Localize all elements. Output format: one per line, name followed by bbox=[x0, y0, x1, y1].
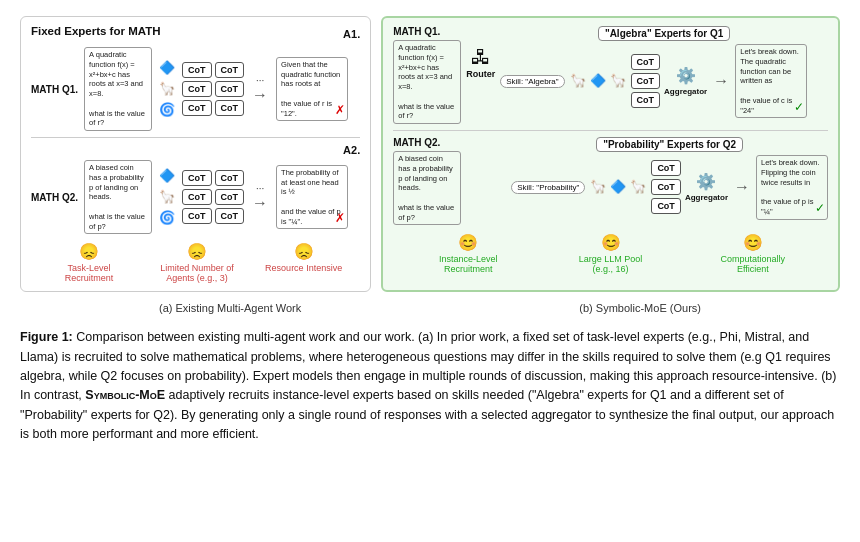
left-q2-text: A biased coin has a probability p of lan… bbox=[84, 160, 152, 234]
left-q2-arrow: ··· → bbox=[250, 182, 270, 212]
left-q2-experts: 🔷 🦙 🌀 bbox=[158, 167, 176, 227]
prob-expert-2: 🔷 bbox=[609, 178, 627, 196]
figure-caption-bold: Figure 1: bbox=[20, 330, 73, 344]
algebra-expert-2: 🔷 bbox=[589, 72, 607, 90]
divider-1 bbox=[31, 137, 360, 138]
r-cot-5: CoT bbox=[651, 179, 681, 195]
algebra-experts-title: "Algebra" Experts for Q1 bbox=[598, 26, 730, 41]
right-label-2: 😊 Large LLM Pool (e.g., 16) bbox=[571, 233, 651, 274]
cot-box-10: CoT bbox=[215, 189, 245, 205]
right-q2-cot-grid: CoT CoT CoT bbox=[651, 160, 681, 214]
left-q1-arrow: ··· → bbox=[250, 74, 270, 104]
cot-row-3: CoT CoT bbox=[182, 100, 244, 116]
expert-icon-5: 🦙 bbox=[158, 188, 176, 206]
expert-icon-4: 🔷 bbox=[158, 167, 176, 185]
figure-caption: Figure 1: Comparison between existing mu… bbox=[20, 328, 840, 444]
cross-icon-2: ✗ bbox=[335, 211, 345, 227]
r-cot-1: CoT bbox=[631, 54, 661, 70]
right-q2-label: MATH Q2. bbox=[393, 137, 461, 148]
left-q1-section: MATH Q1. A quadratic function f(x) = x²+… bbox=[31, 47, 360, 131]
cot-row-2: CoT CoT bbox=[182, 81, 244, 97]
expert-icon-3: 🌀 bbox=[158, 101, 176, 119]
figure-container: Fixed Experts for MATH A1. MATH Q1. A qu… bbox=[20, 16, 840, 445]
right-arrow-4: → bbox=[734, 178, 750, 196]
router-block: 🖧 Router bbox=[466, 46, 495, 79]
right-q2-block: MATH Q2. A biased coin has a probability… bbox=[393, 137, 461, 225]
right-bottom-labels: 😊 Instance-Level Recruitment 😊 Large LLM… bbox=[393, 233, 828, 274]
check-icon-1: ✓ bbox=[794, 100, 804, 116]
right-label-1: 😊 Instance-Level Recruitment bbox=[428, 233, 508, 274]
left-caption-label: (a) Existing Multi-Agent Work bbox=[159, 302, 301, 314]
right-panel: MATH Q1. A quadratic function f(x) = x²+… bbox=[381, 16, 840, 292]
right-bottom-section: MATH Q2. A biased coin has a probability… bbox=[393, 137, 828, 225]
router-label: Router bbox=[466, 69, 495, 79]
left-panel: Fixed Experts for MATH A1. MATH Q1. A qu… bbox=[20, 16, 371, 292]
prob-expert-1: 🦙 bbox=[589, 178, 607, 196]
router-icon: 🖧 bbox=[471, 46, 491, 69]
expert-icon-1: 🔷 bbox=[158, 59, 176, 77]
cot-box-5: CoT bbox=[182, 100, 212, 116]
dots-label-2: ··· bbox=[256, 182, 264, 194]
sad-emoji-3: 😞 bbox=[294, 242, 314, 261]
right-q2-arrow: → bbox=[732, 178, 752, 196]
left-bottom-labels: 😞 Task-Level Recruitment 😞 Limited Numbe… bbox=[31, 242, 360, 283]
left-label-1: 😞 Task-Level Recruitment bbox=[49, 242, 129, 283]
cot-row-4: CoT CoT bbox=[182, 170, 244, 186]
right-q1-aggregator: ⚙️ Aggregator bbox=[664, 66, 707, 96]
cot-box-1: CoT bbox=[182, 62, 212, 78]
cot-box-9: CoT bbox=[182, 189, 212, 205]
algebra-expert-1: 🦙 bbox=[569, 72, 587, 90]
right-arrow-1: → bbox=[252, 86, 268, 104]
right-probability-area: "Probability" Experts for Q2 Skill: "Pro… bbox=[511, 137, 828, 220]
left-q1-cot-grid: CoT CoT CoT CoT CoT CoT bbox=[182, 62, 244, 116]
panel-captions: (a) Existing Multi-Agent Work (b) Symbol… bbox=[20, 302, 840, 314]
left-panel-title: Fixed Experts for MATH bbox=[31, 25, 161, 37]
cot-box-7: CoT bbox=[182, 170, 212, 186]
right-arrow-2: → bbox=[252, 194, 268, 212]
symbolic-moe-brand: Symbolic-MoE bbox=[85, 388, 165, 402]
expert-icon-2: 🦙 bbox=[158, 80, 176, 98]
right-algebra-experts: 🦙 🔷 🦙 bbox=[569, 72, 627, 90]
cot-box-12: CoT bbox=[215, 208, 245, 224]
left-q2-section: MATH Q2. A biased coin has a probability… bbox=[31, 160, 360, 234]
right-q1-cot-grid: CoT CoT CoT bbox=[631, 54, 661, 108]
left-a2-label-top: A2. bbox=[343, 144, 360, 156]
sad-emoji-1: 😞 bbox=[79, 242, 99, 261]
cot-row-5: CoT CoT bbox=[182, 189, 244, 205]
dots-label: ··· bbox=[256, 74, 264, 86]
right-caption-label: (b) Symbolic-MoE (Ours) bbox=[579, 302, 701, 314]
r-cot-6: CoT bbox=[651, 198, 681, 214]
right-label-2-text: Large LLM Pool (e.g., 16) bbox=[571, 254, 651, 274]
algebra-expert-3: 🦙 bbox=[609, 72, 627, 90]
happy-emoji-1: 😊 bbox=[458, 233, 478, 252]
check-icon-2: ✓ bbox=[815, 201, 825, 217]
right-q2-text: A biased coin has a probability p of lan… bbox=[393, 151, 461, 225]
right-q1-label: MATH Q1. bbox=[393, 26, 461, 37]
right-prob-experts: 🦙 🔷 🦙 bbox=[589, 178, 647, 196]
right-q2-aggregator: ⚙️ Aggregator bbox=[685, 172, 728, 202]
right-label-1-text: Instance-Level Recruitment bbox=[428, 254, 508, 274]
happy-emoji-2: 😊 bbox=[601, 233, 621, 252]
left-q1-answer: Given that the quadratic function has ro… bbox=[276, 57, 348, 122]
aggregator-icon-1: ⚙️ bbox=[676, 66, 696, 85]
cot-box-4: CoT bbox=[215, 81, 245, 97]
r-cot-4: CoT bbox=[651, 160, 681, 176]
cot-row-6: CoT CoT bbox=[182, 208, 244, 224]
right-q1-answer: Let's break down. The quadratic function… bbox=[735, 44, 807, 118]
right-algebra-row: Skill: "Algebra" 🦙 🔷 🦙 CoT CoT bbox=[500, 44, 828, 118]
probability-experts-title: "Probability" Experts for Q2 bbox=[596, 137, 743, 152]
right-divider bbox=[393, 130, 828, 131]
right-label-3-text: Computationally Efficient bbox=[713, 254, 793, 274]
happy-emoji-3: 😊 bbox=[743, 233, 763, 252]
left-q2-answer: The probability of at least one head is … bbox=[276, 165, 348, 230]
left-label-2: 😞 Limited Number of Agents (e.g., 3) bbox=[157, 242, 237, 283]
right-q1-block: MATH Q1. A quadratic function f(x) = x²+… bbox=[393, 26, 461, 124]
aggregator-label-2: Aggregator bbox=[685, 193, 728, 202]
r-cot-3: CoT bbox=[631, 92, 661, 108]
cot-box-11: CoT bbox=[182, 208, 212, 224]
left-label-3: 😞 Resource Intensive bbox=[265, 242, 342, 283]
right-algebra-area: "Algebra" Experts for Q1 Skill: "Algebra… bbox=[500, 26, 828, 118]
right-q1-text: A quadratic function f(x) = x²+bx+c has … bbox=[393, 40, 461, 124]
left-q2-label: MATH Q2. bbox=[31, 192, 78, 203]
r-cot-2: CoT bbox=[631, 73, 661, 89]
